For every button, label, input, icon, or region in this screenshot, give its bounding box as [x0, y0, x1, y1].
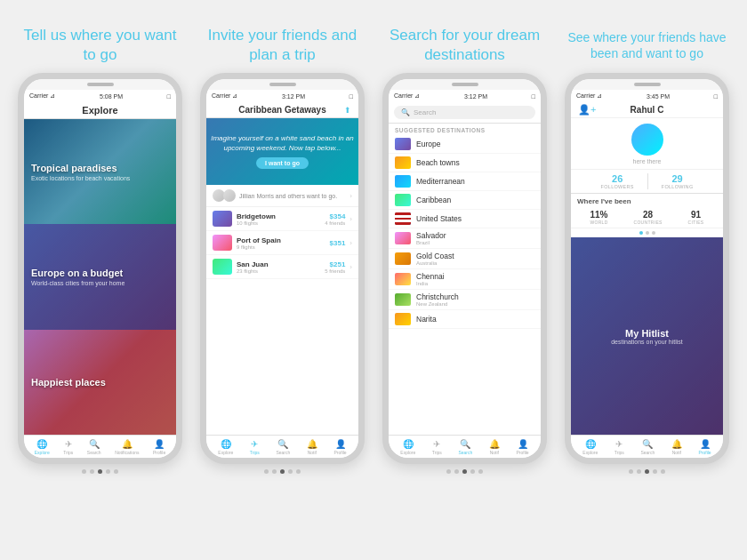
dest-united-states[interactable]: United States	[389, 210, 541, 228]
carrier-3: Carrier ⊿	[394, 92, 420, 100]
dest-mediterranean[interactable]: Mediterranean	[389, 172, 541, 191]
battery-2: □	[349, 93, 353, 100]
notif-icon-2: 🔔	[307, 439, 317, 449]
add-friend-icon[interactable]: 👤+	[578, 104, 596, 116]
globe-icon: 🌐	[36, 439, 47, 449]
dest-salvador[interactable]: Salvador Brazil	[389, 228, 541, 249]
nav-label-profile-1: Profile	[153, 450, 165, 455]
notif-icon-1: 🔔	[122, 439, 133, 449]
nav-search-4[interactable]: 🔍 Search	[640, 439, 655, 455]
nav-notif-1[interactable]: 🔔 Notifications	[115, 439, 139, 455]
profile-icon-4: 👤	[700, 439, 711, 449]
hero-text: Imagine yourself on a white sand beach i…	[211, 134, 354, 153]
stat-countries-num: 28	[643, 210, 653, 220]
dot-2-1	[264, 469, 269, 474]
card-tropical-subtitle: Exotic locations for beach vacations	[31, 175, 169, 181]
dot-5	[114, 469, 118, 474]
dest-christchurch[interactable]: Christchurch New Zealand	[389, 290, 541, 310]
dest-europe[interactable]: Europe	[389, 135, 541, 154]
chevron-right-icon: ›	[349, 192, 352, 200]
stat-cities-num: 91	[691, 210, 701, 220]
nav-trips-2[interactable]: ✈ Trips	[250, 439, 260, 455]
flight-row-juan[interactable]: San Juan 23 flights $251 5 friends ›	[206, 255, 358, 279]
flight-price-juan: $251	[325, 260, 345, 268]
carousel-dot-3	[652, 231, 655, 235]
dest-thumb-gold	[395, 252, 411, 265]
nav-search-3[interactable]: 🔍 Search	[458, 439, 472, 455]
search-bar[interactable]: 🔍 Search	[389, 102, 541, 124]
page-dots-4	[629, 469, 665, 474]
nav-search-1[interactable]: 🔍 Search	[87, 439, 101, 455]
friends-row: Jillian Morris and others want to go. ›	[206, 185, 358, 207]
card-tropical[interactable]: Tropical paradises Exotic locations for …	[24, 119, 176, 224]
nav-notif-4[interactable]: 🔔 Notif	[671, 439, 682, 455]
dest-caribbean[interactable]: Caribbean	[389, 191, 541, 210]
nav-trips-4[interactable]: ✈ Trips	[614, 439, 624, 455]
dest-name-narita: Narita	[416, 315, 534, 324]
dot-2-3	[280, 469, 285, 474]
card-europe[interactable]: Europe on a budget World-class cities fr…	[24, 224, 176, 329]
nav-explore-4[interactable]: 🌐 Explore	[582, 439, 598, 455]
destinations-list: Europe Beach towns Mediter	[389, 135, 541, 435]
dest-gold-coast[interactable]: Gold Coast Australia	[389, 249, 541, 269]
dot-4	[106, 469, 110, 474]
flight-right-juan: $251 5 friends	[325, 260, 345, 274]
nav-profile-1[interactable]: 👤 Profile	[153, 439, 165, 455]
section-trip: Invite your friends and plan a trip Carr…	[191, 18, 374, 474]
page-dots-1	[82, 469, 118, 474]
nav-notif-2[interactable]: 🔔 Notif	[307, 439, 317, 455]
flight-count-port: 9 flights	[237, 244, 325, 250]
flight-friends-bridgetown: 4 friends	[325, 220, 345, 226]
trips-icon-1: ✈	[65, 439, 72, 449]
followers-item[interactable]: 26 FOLLOWERS	[601, 173, 634, 189]
battery-4: □	[714, 93, 718, 100]
dest-name-us: United States	[416, 214, 534, 223]
card-europe-subtitle: World-class cities from your home	[31, 280, 169, 286]
following-item[interactable]: 29 FOLLOWING	[662, 173, 694, 189]
dest-narita[interactable]: Narita	[389, 310, 541, 329]
search-input[interactable]: 🔍 Search	[394, 106, 535, 119]
nav-explore-1[interactable]: 🌐 Explore	[35, 439, 50, 455]
bottom-nav-4: 🌐 Explore ✈ Trips 🔍 Search 🔔	[571, 435, 723, 458]
flight-row-bridgetown[interactable]: Bridgetown 10 flights $354 4 friends ›	[206, 207, 358, 231]
nav-search-2[interactable]: 🔍 Search	[276, 439, 290, 455]
hitlist-section[interactable]: My Hitlist destinations on your hitlist	[571, 237, 723, 435]
following-label: FOLLOWING	[662, 184, 694, 189]
section-explore: Tell us where you want to go Carrier ⊿ 5…	[9, 18, 191, 474]
dest-info-narita: Narita	[416, 315, 534, 324]
dot-3	[98, 469, 102, 474]
nav-notif-3[interactable]: 🔔 Notif	[489, 439, 500, 455]
flight-right-port: $351	[330, 239, 346, 247]
tagline-4: See where your friends have been and wan…	[556, 18, 738, 73]
nav-trips-3[interactable]: ✈ Trips	[432, 439, 442, 455]
card-happiest[interactable]: Happiest places	[24, 330, 176, 435]
search-icon-3: 🔍	[401, 108, 410, 116]
flight-info-juan: San Juan 23 flights	[237, 260, 320, 274]
card-tropical-title: Tropical paradises	[31, 163, 169, 173]
dest-beach-towns[interactable]: Beach towns	[389, 154, 541, 172]
nav-profile-2[interactable]: 👤 Profile	[333, 439, 346, 455]
bottom-nav-3: 🌐 Explore ✈ Trips 🔍 Search 🔔	[389, 435, 541, 458]
avatar	[631, 124, 663, 156]
dot-2-2	[272, 469, 277, 474]
nav-explore-2[interactable]: 🌐 Explore	[218, 439, 233, 455]
dest-info-med: Mediterranean	[416, 177, 534, 186]
nav-profile-4[interactable]: 👤 Profile	[698, 439, 711, 455]
nav-trips-1[interactable]: ✈ Trips	[63, 439, 73, 455]
stats-row: 11% WORLD 28 COUNTRIES 91 CITIES	[571, 207, 723, 228]
dot-2-5	[296, 469, 301, 474]
share-icon[interactable]: ⬆	[344, 106, 351, 115]
status-bar-1: Carrier ⊿ 5:08 PM □	[24, 90, 176, 102]
profile-icon-2: 👤	[335, 439, 346, 449]
dest-chennai[interactable]: Chennai India	[389, 269, 541, 290]
nav-explore-3[interactable]: 🌐 Explore	[400, 439, 415, 455]
stat-world-label: WORLD	[590, 220, 607, 225]
search-icon-4: 🔍	[642, 439, 653, 449]
flight-row-port[interactable]: Port of Spain 9 flights $351 ›	[206, 231, 358, 255]
stat-world-num: 11%	[590, 210, 608, 220]
followers-count: 26	[612, 173, 622, 184]
dot-2-4	[288, 469, 293, 474]
nav-profile-3[interactable]: 👤 Profile	[516, 439, 528, 455]
carrier-1: Carrier ⊿	[29, 92, 55, 100]
i-want-to-go-button[interactable]: I want to go	[256, 157, 309, 169]
